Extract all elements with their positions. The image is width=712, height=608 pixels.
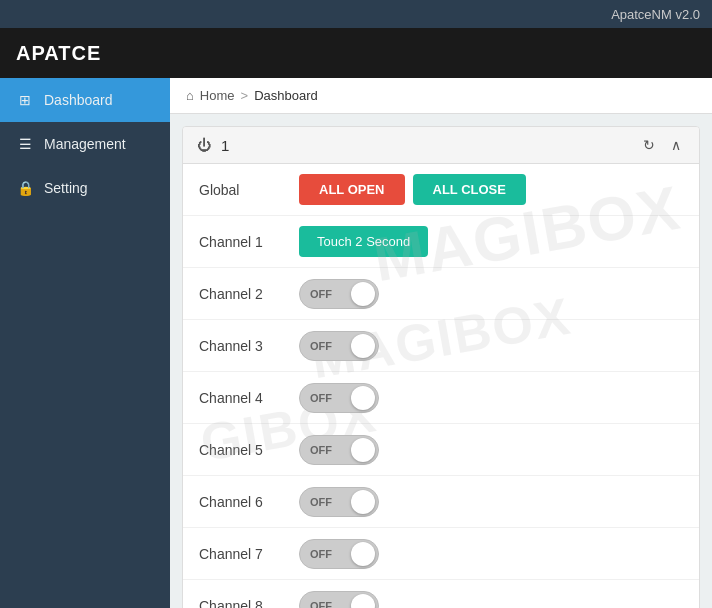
channel-5-controls: OFF <box>299 435 379 465</box>
channel-3-off-label: OFF <box>310 340 332 352</box>
device-panel: ⏻ 1 ↻ ∧ Global ALL OPEN ALL CLOSE Channe… <box>182 126 700 608</box>
channel-1-label: Channel 1 <box>199 234 299 250</box>
main-layout: ⊞ Dashboard ☰ Management 🔒 Setting MAGIB… <box>0 78 712 608</box>
channel-4-knob <box>351 386 375 410</box>
channel-7-controls: OFF <box>299 539 379 569</box>
channel-2-controls: OFF <box>299 279 379 309</box>
all-open-button[interactable]: ALL OPEN <box>299 174 405 205</box>
app-header: APATCE <box>0 28 712 78</box>
channel-4-toggle[interactable]: OFF <box>299 383 379 413</box>
channel-3-knob <box>351 334 375 358</box>
main-content: MAGIBOX GIBOX MAGIBOX ⌂ Home > Dashboard… <box>170 78 712 608</box>
channel-7-toggle[interactable]: OFF <box>299 539 379 569</box>
collapse-button[interactable]: ∧ <box>667 135 685 155</box>
channel-8-knob <box>351 594 375 608</box>
channel-4-controls: OFF <box>299 383 379 413</box>
app-version: ApatceNM v2.0 <box>611 7 700 22</box>
channel-row: Channel 2OFF <box>183 268 699 320</box>
panel-number: 1 <box>221 137 229 154</box>
channel-row: Channel 4OFF <box>183 372 699 424</box>
sidebar-label-dashboard: Dashboard <box>44 92 113 108</box>
channel-row: Channel 5OFF <box>183 424 699 476</box>
breadcrumb-current: Dashboard <box>254 88 318 103</box>
sidebar-label-management: Management <box>44 136 126 152</box>
channel-8-controls: OFF <box>299 591 379 608</box>
channel-4-off-label: OFF <box>310 392 332 404</box>
channel-8-label: Channel 8 <box>199 598 299 608</box>
power-icon[interactable]: ⏻ <box>197 137 211 153</box>
sidebar-item-setting[interactable]: 🔒 Setting <box>0 166 170 210</box>
channel-row: Channel 6OFF <box>183 476 699 528</box>
management-icon: ☰ <box>16 136 34 152</box>
panel-header-right: ↻ ∧ <box>639 135 685 155</box>
setting-icon: 🔒 <box>16 180 34 196</box>
panel-header: ⏻ 1 ↻ ∧ <box>183 127 699 164</box>
channel-2-knob <box>351 282 375 306</box>
channel-list: Channel 1Touch 2 SecondChannel 2OFFChann… <box>183 216 699 608</box>
channel-6-controls: OFF <box>299 487 379 517</box>
sidebar-label-setting: Setting <box>44 180 88 196</box>
channel-4-label: Channel 4 <box>199 390 299 406</box>
channel-6-knob <box>351 490 375 514</box>
channel-row: Channel 3OFF <box>183 320 699 372</box>
sidebar-item-management[interactable]: ☰ Management <box>0 122 170 166</box>
channel-8-toggle[interactable]: OFF <box>299 591 379 608</box>
dashboard-icon: ⊞ <box>16 92 34 108</box>
panel-header-left: ⏻ 1 <box>197 137 229 154</box>
channel-row: Channel 7OFF <box>183 528 699 580</box>
channel-5-knob <box>351 438 375 462</box>
channel-2-off-label: OFF <box>310 288 332 300</box>
top-bar: ApatceNM v2.0 <box>0 0 712 28</box>
global-row: Global ALL OPEN ALL CLOSE <box>183 164 699 216</box>
channel-6-label: Channel 6 <box>199 494 299 510</box>
channel-2-toggle[interactable]: OFF <box>299 279 379 309</box>
home-icon: ⌂ <box>186 88 194 103</box>
channel-6-toggle[interactable]: OFF <box>299 487 379 517</box>
sidebar-item-dashboard[interactable]: ⊞ Dashboard <box>0 78 170 122</box>
sidebar: ⊞ Dashboard ☰ Management 🔒 Setting <box>0 78 170 608</box>
all-close-button[interactable]: ALL CLOSE <box>413 174 526 205</box>
channel-3-label: Channel 3 <box>199 338 299 354</box>
channel-3-toggle[interactable]: OFF <box>299 331 379 361</box>
channel-1-touch-button[interactable]: Touch 2 Second <box>299 226 428 257</box>
channel-7-label: Channel 7 <box>199 546 299 562</box>
channel-8-off-label: OFF <box>310 600 332 608</box>
channel-6-off-label: OFF <box>310 496 332 508</box>
channel-2-label: Channel 2 <box>199 286 299 302</box>
channel-7-off-label: OFF <box>310 548 332 560</box>
app-title: APATCE <box>16 42 101 65</box>
channel-3-controls: OFF <box>299 331 379 361</box>
channel-row: Channel 8OFF <box>183 580 699 608</box>
channel-1-controls: Touch 2 Second <box>299 226 428 257</box>
channel-row: Channel 1Touch 2 Second <box>183 216 699 268</box>
global-controls: ALL OPEN ALL CLOSE <box>299 174 526 205</box>
channel-7-knob <box>351 542 375 566</box>
global-label: Global <box>199 182 299 198</box>
channel-5-toggle[interactable]: OFF <box>299 435 379 465</box>
channel-5-off-label: OFF <box>310 444 332 456</box>
breadcrumb: ⌂ Home > Dashboard <box>170 78 712 114</box>
channel-5-label: Channel 5 <box>199 442 299 458</box>
breadcrumb-home: Home <box>200 88 235 103</box>
refresh-button[interactable]: ↻ <box>639 135 659 155</box>
breadcrumb-separator: > <box>241 88 249 103</box>
